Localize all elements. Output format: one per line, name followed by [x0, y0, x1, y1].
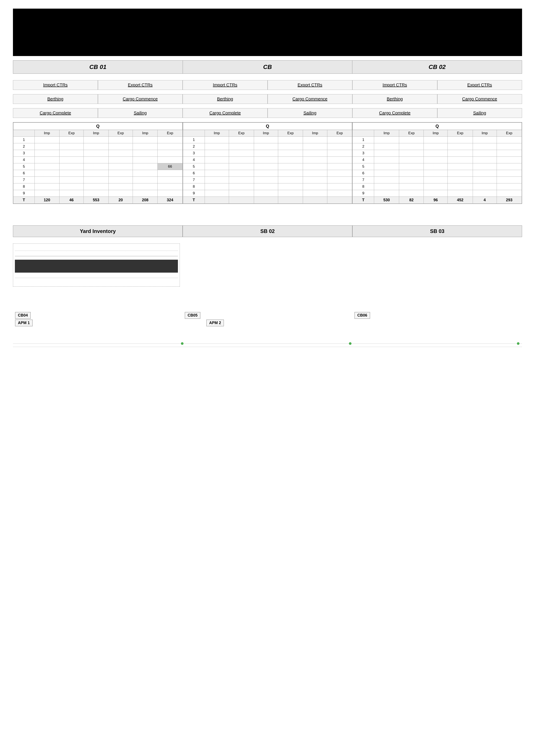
cargo-commence-3[interactable]: Cargo Commence: [437, 94, 522, 104]
q-cell-1-8-0: [35, 190, 59, 197]
q-row-num-2-3: 4: [183, 157, 205, 163]
q-cell-3-7-3: [448, 183, 473, 190]
q-cell-1-0-0: [35, 137, 59, 143]
q-cell-2-4-5: [327, 163, 352, 170]
berthing-2[interactable]: Berthing: [183, 94, 268, 104]
export-ctrs-3[interactable]: Export CTRs: [437, 80, 522, 90]
import-ctrs-3[interactable]: Import CTRs: [352, 80, 437, 90]
cargo-commence-1[interactable]: Cargo Commence: [98, 94, 183, 104]
q-cell-2-7-2: [254, 183, 278, 190]
table-row: 6: [352, 170, 522, 177]
q-cell-1-7-5: [157, 183, 183, 190]
q-cell-3-5-5: [496, 170, 522, 177]
cargo-complete-3[interactable]: Cargo Complete: [352, 108, 437, 118]
q-cell-1-2-3: [108, 150, 133, 157]
export-ctrs-2[interactable]: Export CTRs: [268, 80, 352, 90]
q-total-label-3: T: [352, 197, 374, 204]
q-cell-1-8-1: [59, 190, 84, 197]
q-header-1-3: Exp: [108, 130, 133, 137]
cargo-complete-1[interactable]: Cargo Complete: [13, 108, 98, 118]
q-cell-2-3-4: [303, 157, 327, 163]
cargo-commence-2[interactable]: Cargo Commence: [268, 94, 352, 104]
q-cell-1-7-2: [84, 183, 108, 190]
table-row: 7: [352, 177, 522, 183]
sailing-1[interactable]: Sailing: [98, 108, 183, 118]
q-cell-2-1-1: [229, 143, 254, 150]
q-header-2-5: Exp: [327, 130, 352, 137]
table-row: 6: [183, 170, 352, 177]
q-cell-1-3-2: [84, 157, 108, 163]
q-cell-1-5-5: [157, 170, 183, 177]
q-total-1-0: 120: [35, 197, 59, 204]
q-cell-3-2-3: [448, 150, 473, 157]
q-header-1-0: Imp: [35, 130, 59, 137]
berthing-3[interactable]: Berthing: [352, 94, 437, 104]
q-cell-3-0-5: [496, 137, 522, 143]
q-total-1-2: 553: [84, 197, 108, 204]
q-cell-2-5-5: [327, 170, 352, 177]
q-cell-2-2-4: [303, 150, 327, 157]
q-cell-2-1-5: [327, 143, 352, 150]
q-cell-2-8-1: [229, 190, 254, 197]
q-cell-2-8-2: [254, 190, 278, 197]
q-row-num-1-6: 7: [14, 177, 35, 183]
footer-line-1: [13, 343, 522, 344]
q-cell-2-8-0: [205, 190, 229, 197]
q-header-3-4: Imp: [473, 130, 496, 137]
sailing-2[interactable]: Sailing: [268, 108, 352, 118]
q-total-2-0: [205, 197, 229, 204]
q-cell-3-6-3: [448, 177, 473, 183]
q-cell-2-6-3: [278, 177, 303, 183]
q-header-2-2: Imp: [254, 130, 278, 137]
q-cell-3-0-1: [399, 137, 424, 143]
ctr-row: Import CTRs Export CTRs Import CTRs Expo…: [13, 80, 522, 90]
cb06-section: CB06: [352, 312, 522, 326]
q-cell-1-8-5: [157, 190, 183, 197]
berthing-1[interactable]: Berthing: [13, 94, 98, 104]
q-cell-3-3-1: [399, 157, 424, 163]
q-row-num-2-1: 2: [183, 143, 205, 150]
import-ctrs-2[interactable]: Import CTRs: [183, 80, 268, 90]
q-row-num-1-5: 6: [14, 170, 35, 177]
q-row-num-3-5: 6: [352, 170, 374, 177]
yard-inventory-chart: [13, 244, 180, 286]
import-ctrs-1[interactable]: Import CTRs: [13, 80, 98, 90]
q-row-num-2-2: 3: [183, 150, 205, 157]
table-row: 5: [183, 163, 352, 170]
q-cell-3-6-5: [496, 177, 522, 183]
q-cell-3-2-2: [424, 150, 448, 157]
q-cell-3-1-1: [399, 143, 424, 150]
q-total-1-4: 208: [133, 197, 157, 204]
q-row-num-2-8: 9: [183, 190, 205, 197]
q-row-num-1-3: 4: [14, 157, 35, 163]
q-total-2-4: [303, 197, 327, 204]
q-cell-2-2-5: [327, 150, 352, 157]
sailing-3[interactable]: Sailing: [437, 108, 522, 118]
cargo-complete-2[interactable]: Cargo Complete: [183, 108, 268, 118]
table-row: 8: [183, 183, 352, 190]
apm2-label: APM 2: [206, 320, 224, 326]
q-cell-3-8-5: [496, 190, 522, 197]
q-header-3-2: Imp: [424, 130, 448, 137]
footer-area: [13, 339, 522, 352]
table-row: 8: [14, 183, 183, 190]
q-cell-2-3-5: [327, 157, 352, 163]
q-cell-1-3-3: [108, 157, 133, 163]
q-cell-3-1-5: [496, 143, 522, 150]
q-header-empty-2: [183, 130, 205, 137]
yard-inventory-title: Yard Inventory: [13, 226, 183, 237]
q-cell-1-4-1: [59, 163, 84, 170]
q-total-2-5: [327, 197, 352, 204]
q-total-1-1: 46: [59, 197, 84, 204]
q-cell-3-0-4: [473, 137, 496, 143]
export-ctrs-1[interactable]: Export CTRs: [98, 80, 183, 90]
q-header-2-0: Imp: [205, 130, 229, 137]
q-cell-1-4-5: 66: [157, 163, 183, 170]
footer-dot-1: [181, 342, 183, 345]
q-cell-3-8-4: [473, 190, 496, 197]
q-cell-1-5-2: [84, 170, 108, 177]
table-row: 9: [14, 190, 183, 197]
q-cell-2-6-2: [254, 177, 278, 183]
q-cell-1-4-2: [84, 163, 108, 170]
q-row-num-2-6: 7: [183, 177, 205, 183]
